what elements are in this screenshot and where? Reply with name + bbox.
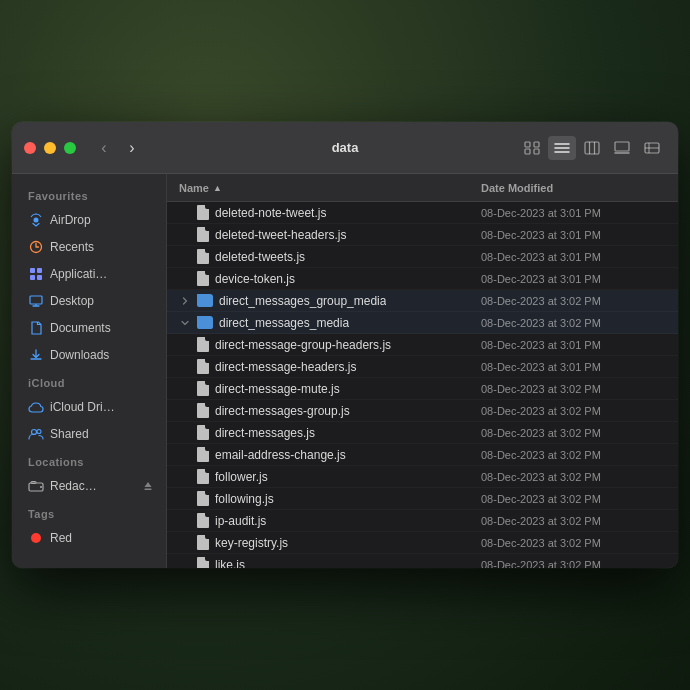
table-row[interactable]: deleted-tweets.js08-Dec-2023 at 3:01 PM bbox=[167, 246, 678, 268]
favourites-section-label: Favourites bbox=[12, 182, 166, 206]
finder-window: ‹ › data bbox=[12, 122, 678, 568]
table-row[interactable]: direct_messages_media08-Dec-2023 at 3:02… bbox=[167, 312, 678, 334]
file-name-text: direct_messages_media bbox=[219, 316, 349, 330]
file-name-cell: direct-messages-group.js bbox=[179, 403, 481, 418]
table-row[interactable]: following.js08-Dec-2023 at 3:02 PM bbox=[167, 488, 678, 510]
table-row[interactable]: email-address-change.js08-Dec-2023 at 3:… bbox=[167, 444, 678, 466]
sidebar-item-airdrop[interactable]: AirDrop bbox=[16, 207, 162, 233]
file-icon bbox=[197, 425, 209, 440]
file-icon bbox=[197, 205, 209, 220]
sidebar-item-applications[interactable]: Applicati… bbox=[16, 261, 162, 287]
table-row[interactable]: direct-messages-group.js08-Dec-2023 at 3… bbox=[167, 400, 678, 422]
sidebar-item-shared[interactable]: Shared bbox=[16, 421, 162, 447]
file-date-cell: 08-Dec-2023 at 3:01 PM bbox=[481, 251, 666, 263]
table-row[interactable]: like.js08-Dec-2023 at 3:02 PM bbox=[167, 554, 678, 568]
view-icon-more[interactable] bbox=[638, 136, 666, 160]
tags-section-label: Tags bbox=[12, 500, 166, 524]
sidebar-item-redac[interactable]: Redac… bbox=[16, 473, 162, 499]
file-icon bbox=[197, 447, 209, 462]
view-icon-gallery[interactable] bbox=[608, 136, 636, 160]
svg-rect-17 bbox=[30, 268, 35, 273]
file-name-cell: direct_messages_group_media bbox=[179, 294, 481, 308]
traffic-lights bbox=[24, 142, 76, 154]
file-name-text: following.js bbox=[215, 492, 274, 506]
table-row[interactable]: direct_messages_group_media08-Dec-2023 a… bbox=[167, 290, 678, 312]
file-name-cell: follower.js bbox=[179, 469, 481, 484]
minimize-button[interactable] bbox=[44, 142, 56, 154]
table-row[interactable]: ip-audit.js08-Dec-2023 at 3:02 PM bbox=[167, 510, 678, 532]
table-row[interactable]: direct-message-group-headers.js08-Dec-20… bbox=[167, 334, 678, 356]
file-name-cell: direct-message-group-headers.js bbox=[179, 337, 481, 352]
sidebar-item-red-tag[interactable]: Red bbox=[16, 525, 162, 551]
red-tag-icon bbox=[28, 530, 44, 546]
sidebar-item-recents-label: Recents bbox=[50, 240, 94, 254]
main-content: Favourites AirDrop bbox=[12, 174, 678, 568]
desktop-icon bbox=[28, 293, 44, 309]
file-icon bbox=[197, 249, 209, 264]
folder-icon bbox=[197, 294, 213, 307]
date-column-header[interactable]: Date Modified bbox=[481, 182, 666, 194]
expand-chevron-icon[interactable] bbox=[179, 317, 191, 329]
file-name-cell: direct-messages.js bbox=[179, 425, 481, 440]
table-row[interactable]: direct-message-mute.js08-Dec-2023 at 3:0… bbox=[167, 378, 678, 400]
table-row[interactable]: follower.js08-Dec-2023 at 3:02 PM bbox=[167, 466, 678, 488]
sidebar-item-red-label: Red bbox=[50, 531, 72, 545]
svg-point-25 bbox=[37, 430, 41, 434]
sidebar-item-recents[interactable]: Recents bbox=[16, 234, 162, 260]
redac-icon bbox=[28, 478, 44, 494]
forward-button[interactable]: › bbox=[120, 136, 144, 160]
filelist-header: Name ▲ Date Modified bbox=[167, 174, 678, 202]
file-name-cell: direct_messages_media bbox=[179, 316, 481, 330]
file-date-cell: 08-Dec-2023 at 3:02 PM bbox=[481, 471, 666, 483]
file-date-cell: 08-Dec-2023 at 3:02 PM bbox=[481, 449, 666, 461]
view-controls bbox=[518, 136, 666, 160]
expand-chevron-icon[interactable] bbox=[179, 295, 191, 307]
table-row[interactable]: deleted-tweet-headers.js08-Dec-2023 at 3… bbox=[167, 224, 678, 246]
file-icon bbox=[197, 469, 209, 484]
table-row[interactable]: direct-message-headers.js08-Dec-2023 at … bbox=[167, 356, 678, 378]
svg-rect-18 bbox=[37, 268, 42, 273]
file-name-text: direct-message-group-headers.js bbox=[215, 338, 391, 352]
svg-rect-21 bbox=[30, 296, 42, 304]
sidebar-item-icloud-drive[interactable]: iCloud Dri… bbox=[16, 394, 162, 420]
name-column-header[interactable]: Name ▲ bbox=[179, 182, 481, 194]
titlebar: ‹ › data bbox=[12, 122, 678, 174]
file-date-cell: 08-Dec-2023 at 3:01 PM bbox=[481, 339, 666, 351]
sidebar-item-applications-label: Applicati… bbox=[50, 267, 107, 281]
sidebar-item-documents[interactable]: Documents bbox=[16, 315, 162, 341]
file-date-cell: 08-Dec-2023 at 3:01 PM bbox=[481, 361, 666, 373]
table-row[interactable]: deleted-note-tweet.js08-Dec-2023 at 3:01… bbox=[167, 202, 678, 224]
view-icon-grid[interactable] bbox=[518, 136, 546, 160]
close-button[interactable] bbox=[24, 142, 36, 154]
maximize-button[interactable] bbox=[64, 142, 76, 154]
svg-rect-10 bbox=[615, 142, 629, 151]
sidebar: Favourites AirDrop bbox=[12, 174, 167, 568]
sidebar-item-desktop[interactable]: Desktop bbox=[16, 288, 162, 314]
file-icon bbox=[197, 359, 209, 374]
file-name-text: direct-messages-group.js bbox=[215, 404, 350, 418]
table-row[interactable]: direct-messages.js08-Dec-2023 at 3:02 PM bbox=[167, 422, 678, 444]
svg-rect-3 bbox=[534, 149, 539, 154]
file-icon bbox=[197, 381, 209, 396]
svg-rect-1 bbox=[534, 142, 539, 147]
airdrop-icon bbox=[28, 212, 44, 228]
svg-rect-0 bbox=[525, 142, 530, 147]
table-row[interactable]: device-token.js08-Dec-2023 at 3:01 PM bbox=[167, 268, 678, 290]
applications-icon bbox=[28, 266, 44, 282]
file-date-cell: 08-Dec-2023 at 3:01 PM bbox=[481, 229, 666, 241]
file-name-text: email-address-change.js bbox=[215, 448, 346, 462]
file-name-cell: deleted-tweets.js bbox=[179, 249, 481, 264]
sidebar-item-desktop-label: Desktop bbox=[50, 294, 94, 308]
sidebar-item-airdrop-label: AirDrop bbox=[50, 213, 91, 227]
sidebar-item-downloads[interactable]: Downloads bbox=[16, 342, 162, 368]
view-icon-list[interactable] bbox=[548, 136, 576, 160]
svg-rect-20 bbox=[37, 275, 42, 280]
view-icon-columns[interactable] bbox=[578, 136, 606, 160]
file-name-text: direct-message-headers.js bbox=[215, 360, 356, 374]
eject-icon[interactable] bbox=[144, 481, 152, 491]
file-icon bbox=[197, 491, 209, 506]
back-button[interactable]: ‹ bbox=[92, 136, 116, 160]
table-row[interactable]: key-registry.js08-Dec-2023 at 3:02 PM bbox=[167, 532, 678, 554]
file-icon bbox=[197, 513, 209, 528]
svg-rect-29 bbox=[145, 489, 152, 491]
